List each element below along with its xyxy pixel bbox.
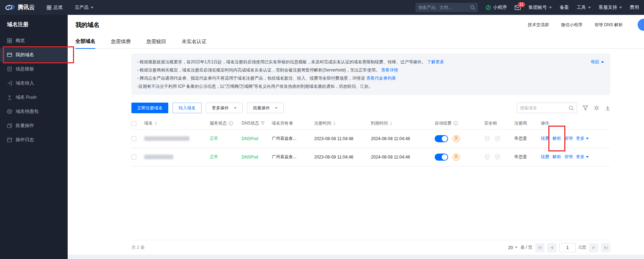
auto-renew-toggle[interactable]	[435, 135, 448, 142]
sidebar-item-special-packages[interactable]: 域名特惠包	[0, 104, 68, 119]
manage-link[interactable]: 管理	[564, 136, 573, 142]
sidebar-item-label: 概览	[16, 38, 25, 44]
more-dropdown-link[interactable]: 更多	[576, 136, 589, 142]
tencent-cloud-logo[interactable]: 腾讯云	[5, 4, 35, 11]
manage-link[interactable]: 管理	[564, 154, 573, 160]
toolbar: 立即注册域名 转入域名 更多操作 批量操作	[131, 103, 610, 113]
row-checkbox[interactable]	[131, 136, 136, 141]
search-icon[interactable]	[470, 5, 475, 10]
more-actions-dropdown[interactable]: 更多操作	[206, 103, 243, 113]
voucher-list-link[interactable]: 查看代金券列表	[366, 76, 396, 81]
batch-actions-dropdown[interactable]: 批量操作	[247, 103, 284, 113]
gear-icon[interactable]	[594, 105, 599, 111]
page-title: 我的域名	[75, 21, 100, 29]
console-search-input[interactable]	[418, 5, 470, 10]
register-domain-button[interactable]: 立即注册域名	[131, 103, 168, 113]
topbar-cloud-products[interactable]: 云产品	[75, 4, 94, 11]
notice-line: - 根据注册局相关规定，域名注册后必须在规定时间内完成域名实名认证，否则会被注册…	[137, 66, 571, 74]
tab-bar: 全部域名 急需续费 急需赎回 未实名认证	[68, 35, 644, 49]
topbar-overview[interactable]: 总览	[47, 4, 63, 11]
sidebar-item-operation-logs[interactable]: 操作日志	[0, 133, 68, 147]
transfer-in-icon	[7, 81, 12, 86]
sidebar-item-my-domains[interactable]: 我的域名	[0, 48, 68, 62]
wechat-miniprogram-link[interactable]: 微信小程序	[561, 22, 582, 28]
download-icon[interactable]	[605, 105, 610, 111]
column-operations: 操作	[541, 120, 549, 126]
avatar[interactable]	[638, 19, 644, 31]
transfer-domain-button[interactable]: 转入域名	[173, 103, 202, 113]
cloud-logo-icon	[5, 4, 15, 11]
console-search-box[interactable]	[416, 3, 478, 12]
renew-link[interactable]: 续费	[541, 154, 549, 160]
table-row: 正常 DNSPod 广州嘉益食... 2023-08-08 11:04:48 2…	[131, 130, 610, 148]
filter-icon[interactable]	[583, 105, 588, 111]
operation-log-icon	[7, 137, 12, 142]
tech-group-link[interactable]: 技术交流群	[528, 22, 549, 28]
column-service-status: 服务状态	[210, 120, 227, 126]
last-page-button[interactable]	[601, 243, 610, 252]
topbar-mail[interactable]: 11	[515, 5, 521, 10]
resolve-link[interactable]: 解析	[553, 136, 561, 142]
view-details-link[interactable]: 查看详情	[381, 68, 398, 73]
tab-not-verified[interactable]: 未实名认证	[182, 35, 207, 48]
promo-badge[interactable]: 惠	[453, 154, 460, 161]
page-header: 我的域名 技术交流群 微信小程序 管理 DNS 解析	[68, 15, 644, 35]
topbar-group-account[interactable]: 集团账号	[529, 4, 552, 11]
row-checkbox[interactable]	[131, 155, 136, 160]
first-page-button[interactable]	[535, 243, 544, 252]
column-security-lock: 安全锁	[484, 120, 497, 126]
manage-dns-link[interactable]: 管理 DNS 解析	[594, 22, 623, 28]
sidebar: 域名注册 概览 我的域名 信息模板 域名	[0, 15, 68, 259]
learn-more-link[interactable]: 了解更多	[427, 59, 444, 64]
tab-urgent-redeem[interactable]: 急需赎回	[146, 35, 166, 48]
table-row: 正常 DNSPod 广州嘉益食... 2023-08-08 11:04:46 2…	[131, 148, 610, 166]
column-auto-renew: 自动续费	[435, 120, 452, 126]
chevron-down-icon	[234, 107, 237, 109]
table-footer: 共 2 条 20 条 / 页 /1页	[131, 240, 610, 255]
prev-page-button[interactable]	[547, 243, 557, 252]
sort-icon[interactable]	[154, 121, 157, 126]
sidebar-item-info-templates[interactable]: 信息模板	[0, 62, 68, 76]
sidebar-item-domain-push[interactable]: 域名 Push	[0, 90, 68, 104]
more-dropdown-link[interactable]: 更多	[576, 154, 589, 160]
blurred-domain-name[interactable]	[144, 136, 190, 141]
filter-icon[interactable]	[261, 121, 265, 125]
column-domain: 域名	[144, 120, 153, 126]
domain-search-box[interactable]	[517, 103, 577, 113]
domain-owner: 广州嘉益食...	[272, 136, 296, 142]
sidebar-item-label: 域名特惠包	[16, 108, 39, 115]
sidebar-item-batch-operations[interactable]: 批量操作	[0, 119, 68, 133]
registrar: 帝思普	[514, 136, 527, 142]
select-all-checkbox[interactable]	[131, 121, 136, 126]
collapse-notice[interactable]: 收起	[591, 59, 604, 65]
info-icon[interactable]	[453, 121, 458, 126]
page-number-input[interactable]	[559, 243, 576, 252]
next-page-button[interactable]	[589, 243, 598, 252]
sidebar-item-domain-transfer-in[interactable]: 域名转入	[0, 76, 68, 90]
main-area: 我的域名 技术交流群 微信小程序 管理 DNS 解析 全部域名 急需续费 急需赎…	[68, 15, 644, 259]
topbar-miniprogram[interactable]: 小程序	[486, 4, 507, 11]
topbar-support[interactable]: 客服支持	[599, 4, 622, 11]
topbar-tools[interactable]: 工具	[577, 4, 591, 11]
tab-all-domains[interactable]: 全部域名	[75, 35, 95, 49]
sidebar-item-overview[interactable]: 概览	[0, 34, 68, 48]
topbar-beian[interactable]: 备案	[560, 4, 569, 11]
auto-renew-toggle[interactable]	[435, 154, 448, 161]
search-icon[interactable]	[569, 105, 574, 111]
total-count: 共 2 条	[131, 244, 145, 251]
tab-urgent-renewal[interactable]: 急需续费	[111, 35, 131, 48]
topbar-billing[interactable]: 费用	[630, 4, 639, 11]
sort-icon[interactable]	[333, 121, 336, 126]
page-size-select[interactable]: 20	[508, 245, 518, 250]
resolve-link[interactable]: 解析	[553, 154, 561, 160]
sidebar-item-label: 我的域名	[16, 52, 34, 58]
pagination: 20 条 / 页 /1页	[508, 243, 610, 252]
domain-search-input[interactable]	[520, 105, 569, 110]
blurred-domain-name[interactable]	[144, 155, 173, 159]
promo-badge[interactable]: 惠	[453, 135, 460, 142]
chevron-down-icon	[515, 247, 518, 248]
sort-icon[interactable]	[390, 121, 392, 126]
brand-label: 腾讯云	[18, 4, 35, 11]
info-icon[interactable]	[228, 121, 233, 126]
renew-link[interactable]: 续费	[541, 136, 549, 142]
